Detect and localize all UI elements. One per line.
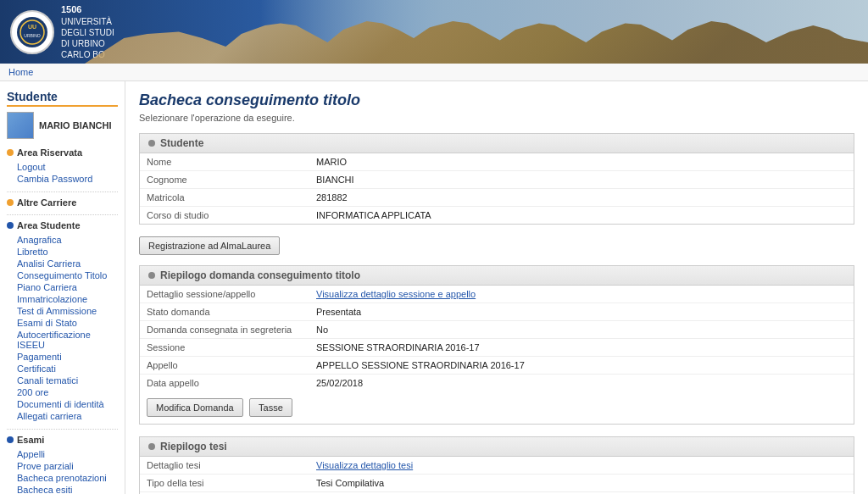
sidebar-item-allegati-carriera[interactable]: Allegati carriera [7, 410, 118, 422]
esami-label: Esami [17, 435, 44, 445]
value-sessione: SESSIONE STRAORDINARIA 2016-17 [309, 339, 854, 357]
sidebar-item-conseguimento-titolo[interactable]: Conseguimento Titolo [7, 269, 118, 281]
breadcrumb: Home [0, 64, 868, 81]
sidebar-item-cambia-password[interactable]: Cambia Password [7, 173, 118, 185]
label-sessione: Sessione [140, 339, 309, 357]
table-row: Dettaglio tesi Visualizza dettaglio tesi [140, 457, 854, 475]
value-dettaglio-tesi: Visualizza dettaglio tesi [309, 457, 854, 475]
table-row: Domanda consegnata in segreteria No [140, 321, 854, 339]
table-row: Appello APPELLO SESSIONE STRAORDINARIA 2… [140, 357, 854, 375]
main-content: Bacheca conseguimento titolo Selezionare… [125, 81, 868, 494]
table-row: Corso di studio INFORMATICA APPLICATA [140, 207, 854, 225]
svg-text:URBINO: URBINO [24, 33, 41, 38]
sidebar-item-bacheca-prenotazioni[interactable]: Bacheca prenotazioni [7, 472, 118, 484]
label-matricola: Matricola [140, 189, 309, 207]
dettaglio-sessione-link[interactable]: Visualizza dettaglio sessione e appello [316, 289, 476, 299]
label-stato-domanda: Stato domanda [140, 303, 309, 321]
label-tipo-tesi: Tipo della tesi [140, 475, 309, 492]
esami-section: Esami Appelli Prove parziali Bacheca pre… [7, 435, 118, 494]
page-subtitle: Selezionare l'operazione da eseguire. [139, 113, 854, 123]
sidebar-item-autocertificazione[interactable]: Autocertificazione ISEEU [7, 329, 118, 351]
sidebar-item-documenti-identita[interactable]: Documenti di identità [7, 398, 118, 410]
value-matricola: 281882 [309, 189, 854, 207]
sidebar-item-anagrafica[interactable]: Anagrafica [7, 234, 118, 246]
area-riservata-label: Area Riservata [17, 147, 82, 158]
riepilogo-tesi-body: Dettaglio tesi Visualizza dettaglio tesi… [139, 457, 854, 494]
riepilogo-domanda-table: Dettaglio sessione/appello Visualizza de… [140, 286, 854, 391]
sidebar-item-pagamenti[interactable]: Pagamenti [7, 351, 118, 363]
logo-emblem: UU URBINO [10, 10, 54, 54]
user-name-label: MARIO BIANCHI [39, 120, 112, 130]
bullet-icon-4 [7, 436, 14, 443]
table-row: Data appello 25/02/2018 [140, 375, 854, 392]
sidebar-item-bacheca-esiti[interactable]: Bacheca esiti [7, 484, 118, 494]
studente-info-table: Nome MARIO Cognome BIANCHI Matricola 281… [140, 153, 854, 224]
area-studente-label: Area Studente [17, 220, 81, 230]
table-row: Nome MARIO [140, 153, 854, 171]
bullet-icon-2 [7, 199, 14, 206]
sidebar-item-logout[interactable]: Logout [7, 161, 118, 173]
sidebar-item-appelli[interactable]: Appelli [7, 448, 118, 460]
label-nome: Nome [140, 153, 309, 171]
alma-laurea-row: Registrazione ad AlmaLaurea [139, 236, 854, 265]
riepilogo-domanda-panel: Riepilogo domanda conseguimento titolo D… [139, 265, 854, 425]
studente-panel-header: Studente [139, 133, 854, 153]
sidebar-item-200-ore[interactable]: 200 ore [7, 386, 118, 398]
value-cognome: BIANCHI [309, 171, 854, 189]
area-studente-section: Area Studente Anagrafica Libretto Analis… [7, 220, 118, 422]
value-tipo-tesi: Tesi Compilativa [309, 475, 854, 492]
value-nome: MARIO [309, 153, 854, 171]
label-dettaglio-tesi: Dettaglio tesi [140, 457, 309, 475]
value-dettaglio-sessione: Visualizza dettaglio sessione e appello [309, 286, 854, 303]
sidebar-item-canali-tematici[interactable]: Canali tematici [7, 375, 118, 386]
dettaglio-tesi-link[interactable]: Visualizza dettaglio tesi [316, 460, 413, 470]
studente-panel: Studente Nome MARIO Cognome BIANCHI Matr… [139, 133, 854, 225]
table-row: Matricola 281882 [140, 189, 854, 207]
value-domanda-segreteria: No [309, 321, 854, 339]
altre-carriere-label: Altre Carriere [17, 197, 76, 208]
header: UU URBINO 1506 UNIVERSITÀ DEGLI STUDI DI… [0, 0, 868, 64]
domanda-buttons-row: Modifica Domanda Tasse [140, 391, 854, 424]
bullet-icon-3 [7, 222, 14, 229]
value-data-appello: 25/02/2018 [309, 375, 854, 392]
sidebar-item-certificati[interactable]: Certificati [7, 363, 118, 375]
table-row: Stato domanda Presentata [140, 303, 854, 321]
altre-carriere-section: Altre Carriere [7, 197, 118, 208]
table-row: Dettaglio sessione/appello Visualizza de… [140, 286, 854, 303]
value-appello: APPELLO SESSIONE STRAORDINARIA 2016-17 [309, 357, 854, 375]
svg-text:UU: UU [28, 24, 36, 30]
label-data-appello: Data appello [140, 375, 309, 392]
table-row: Cognome BIANCHI [140, 171, 854, 189]
sidebar-item-test-ammissione[interactable]: Test di Ammissione [7, 305, 118, 317]
alma-laurea-button[interactable]: Registrazione ad AlmaLaurea [139, 236, 280, 255]
home-link[interactable]: Home [8, 67, 33, 77]
modifica-domanda-button[interactable]: Modifica Domanda [147, 398, 243, 417]
value-corso: INFORMATICA APPLICATA [309, 207, 854, 225]
riepilogo-domanda-body: Dettaglio sessione/appello Visualizza de… [139, 286, 854, 425]
riepilogo-tesi-panel: Riepilogo tesi Dettaglio tesi Visualizza… [139, 436, 854, 494]
sidebar-item-libretto[interactable]: Libretto [7, 246, 118, 258]
value-stato-domanda: Presentata [309, 303, 854, 321]
page-title: Bacheca conseguimento titolo [139, 92, 854, 109]
label-cognome: Cognome [140, 171, 309, 189]
label-domanda-segreteria: Domanda consegnata in segreteria [140, 321, 309, 339]
area-riservata-section: Area Riservata Logout Cambia Password [7, 147, 118, 185]
sidebar-item-piano-carriera[interactable]: Piano Carriera [7, 281, 118, 293]
riepilogo-domanda-header: Riepilogo domanda conseguimento titolo [139, 265, 854, 286]
sidebar-item-analisi-carriera[interactable]: Analisi Carriera [7, 258, 118, 269]
sidebar-item-prove-parziali[interactable]: Prove parziali [7, 460, 118, 472]
avatar [7, 112, 34, 139]
tasse-button[interactable]: Tasse [249, 398, 292, 417]
sidebar: Studente MARIO BIANCHI Area Riservata Lo… [0, 81, 125, 494]
table-row: Sessione SESSIONE STRAORDINARIA 2016-17 [140, 339, 854, 357]
user-card: MARIO BIANCHI [7, 112, 118, 139]
sidebar-item-immatricolazione[interactable]: Immatricolazione [7, 293, 118, 305]
sidebar-section-title: Studente [7, 90, 118, 107]
sidebar-item-esami-stato[interactable]: Esami di Stato [7, 317, 118, 329]
svg-point-0 [17, 17, 47, 47]
label-dettaglio-sessione: Dettaglio sessione/appello [140, 286, 309, 303]
bullet-icon [7, 149, 14, 156]
studente-panel-body: Nome MARIO Cognome BIANCHI Matricola 281… [139, 153, 854, 225]
label-appello: Appello [140, 357, 309, 375]
label-corso: Corso di studio [140, 207, 309, 225]
